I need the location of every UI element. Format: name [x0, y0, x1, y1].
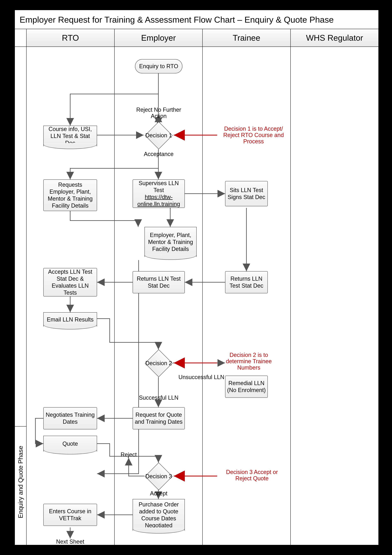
node-returns-trainee: Returns LLN Test Stat Dec	[225, 271, 268, 293]
node-quote: Quote	[43, 436, 97, 452]
node-email-results: Email LLN Results	[43, 312, 97, 327]
node-enquiry: Enquiry to RTO	[135, 59, 182, 73]
label-reject3: Reject	[119, 452, 138, 458]
node-supervises-lln: Supervises LLN Test https://dtw-online.l…	[133, 179, 185, 208]
supervises-label: Supervises LLN Test	[134, 180, 183, 194]
node-purchase-order: Purchase Order added to Quote Course Dat…	[133, 499, 185, 531]
annot-d2: Decision 2 is to determine Trainee Numbe…	[220, 352, 277, 371]
lane-trainee: Trainee	[203, 29, 291, 46]
swimlane-headers: RTO Employer Trainee WHS Regulator	[15, 29, 378, 47]
lane-employer: Employer	[114, 29, 203, 46]
lln-url[interactable]: https://dtw-online.lln.training	[134, 194, 183, 208]
label-next-sheet: Next Sheet	[56, 539, 84, 545]
label-accept: Acceptance	[141, 151, 176, 157]
node-vettrak: Enters Course in VETTrak	[43, 504, 97, 526]
annot-d3: Decision 3 Accept or Reject Quote	[220, 469, 284, 482]
flowchart-frame: Employer Request for Training & Assessme…	[14, 9, 379, 546]
node-course-info: Course info, USI, LLN Test & Stat Dec	[43, 126, 97, 146]
node-returns-emp: Returns LLN Test Stat Dec	[133, 271, 185, 293]
label-accept3: Accept	[148, 490, 170, 497]
node-epmtd-doc: Employer, Plant, Mentor & Training Facil…	[144, 227, 197, 257]
lane-rto: RTO	[27, 29, 114, 46]
node-accepts-evaluates: Accepts LLN Test Stat Dec & Evaluates LL…	[43, 268, 97, 297]
node-rfq: Request for Quote and Training Dates	[133, 407, 185, 429]
annot-d1: Decision 1 is to Accept/ Reject RTO Cour…	[220, 126, 287, 145]
label-successful: Successful LLN	[135, 394, 182, 401]
page-title: Employer Request for Training & Assessme…	[15, 10, 378, 29]
node-requests-details: Requests Employer, Plant, Mentor & Train…	[43, 179, 97, 211]
node-sits-lln: Sits LLN Test Signs Stat Dec	[225, 181, 268, 206]
node-remedial: Remedial LLN (No Enrolment)	[225, 376, 268, 398]
label-reject: Reject No Further Action	[129, 107, 189, 119]
lane-whs: WHS Regulator	[291, 29, 378, 46]
node-negotiates: Negotiates Training Dates	[43, 407, 97, 429]
label-unsuccessful: Unsuccessful LLN	[178, 374, 225, 380]
flow-body: Enquiry and Quote Phase	[15, 46, 378, 545]
